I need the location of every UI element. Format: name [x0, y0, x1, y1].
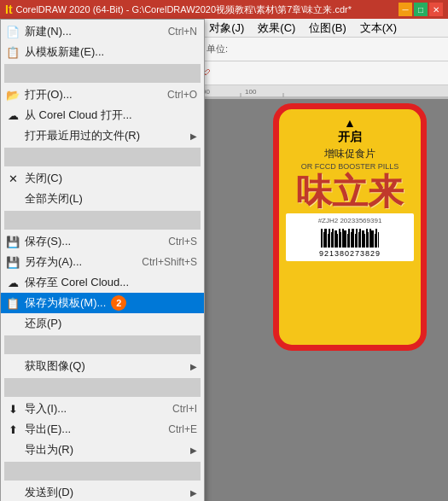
title-bar-left: It CorelDRAW 2020 (64-Bit) - G:\CorelDRA…: [5, 3, 352, 16]
menu-item-save-as[interactable]: 💾 另存为(A)... Ctrl+Shift+S: [1, 252, 204, 272]
save-as-shortcut: Ctrl+Shift+S: [142, 256, 197, 268]
subtitle-text: 增味促食片: [279, 147, 421, 161]
new-shortcut: Ctrl+N: [168, 26, 197, 38]
separator-3: [4, 211, 201, 230]
save-as-icon: 💾: [4, 253, 21, 271]
revert-icon: [4, 315, 21, 332]
acquire-label: 获取图像(Q): [25, 358, 85, 374]
revert-label: 还原(P): [25, 316, 61, 331]
menu-item-acquire[interactable]: 获取图像(Q) ▶: [1, 356, 204, 376]
svg-text:100: 100: [245, 88, 257, 96]
recent-arrow: ▶: [190, 131, 197, 141]
menu-item-new-template[interactable]: 📋 从模板新建(E)...: [1, 42, 204, 62]
send-to-arrow: ▶: [190, 488, 197, 498]
menu-item-new[interactable]: 📄 新建(N)... Ctrl+N: [1, 21, 204, 42]
barcode-number: 921380273829: [289, 249, 410, 258]
import-shortcut: Ctrl+I: [172, 403, 197, 415]
recent-label: 打开最近用过的文件(R): [25, 128, 140, 143]
minimize-button[interactable]: ─: [399, 3, 412, 16]
app-icon: It: [5, 3, 13, 16]
export-icon: ⬆: [4, 421, 21, 438]
menu-item-close[interactable]: ✕ 关闭(C): [1, 168, 204, 189]
design-canvas: ▲ 开启 增味促食片 OR FCCD BOOSTER PILLS 味立来 #ZJ…: [265, 103, 435, 411]
separator-6: [4, 462, 201, 481]
acquire-arrow: ▶: [190, 362, 197, 371]
export-shortcut: Ctrl+E: [168, 423, 197, 435]
menu-item-import[interactable]: ⬇ 导入(I)... Ctrl+I: [1, 399, 204, 419]
barcode-lines: [289, 226, 410, 248]
save-icon: 💾: [4, 233, 21, 250]
save-template-icon: 📋: [4, 294, 21, 312]
window-controls: ─ □ ✕: [399, 3, 443, 16]
menu-effects[interactable]: 效果(C): [251, 19, 302, 38]
menu-item-save-cloud[interactable]: ☁ 保存至 Corel Cloud...: [1, 272, 204, 293]
save-cloud-label: 保存至 Corel Cloud...: [25, 275, 129, 290]
cloud-open-icon: ☁: [4, 107, 21, 124]
barcode-section: #ZJH2 20233569391: [286, 213, 414, 261]
separator-1: [4, 64, 201, 83]
new-template-label: 从模板新建(E)...: [25, 44, 104, 60]
menu-item-revert[interactable]: 还原(P): [1, 313, 204, 334]
title-bar: It CorelDRAW 2020 (64-Bit) - G:\CorelDRA…: [0, 0, 448, 19]
open-shortcut: Ctrl+O: [167, 89, 197, 101]
open-icon: 📂: [4, 86, 21, 103]
import-label: 导入(I)...: [25, 401, 67, 417]
import-icon: ⬇: [4, 400, 21, 417]
recent-icon: [4, 127, 21, 144]
maximize-button[interactable]: □: [414, 3, 428, 16]
open-label: 打开(O)...: [25, 87, 73, 102]
kaiji-text: 开启: [279, 130, 421, 145]
save-label: 保存(S)...: [25, 234, 71, 249]
close-button[interactable]: ✕: [429, 3, 443, 16]
close-icon: ✕: [4, 170, 21, 187]
save-as-label: 另存为(A)...: [25, 254, 82, 270]
menu-bitmap[interactable]: 位图(B): [302, 19, 352, 38]
subtitle-en-text: OR FCCD BOOSTER PILLS: [279, 162, 421, 171]
export-as-label: 导出为(R): [25, 442, 73, 457]
save-shortcut: Ctrl+S: [168, 236, 197, 248]
menu-item-close-all[interactable]: 全部关闭(L): [1, 189, 204, 209]
new-template-icon: 📋: [4, 44, 21, 61]
menu-item-open[interactable]: 📂 打开(O)... Ctrl+O: [1, 84, 204, 105]
separator-2: [4, 148, 201, 166]
unit-label: 单位:: [205, 43, 230, 55]
send-to-icon: [4, 484, 21, 501]
export-as-arrow: ▶: [190, 446, 197, 455]
separator-5: [4, 378, 201, 397]
menu-item-export[interactable]: ⬆ 导出(E)... Ctrl+E: [1, 419, 204, 440]
triangle-indicator: ▲: [279, 109, 421, 130]
title-bar-text: CorelDRAW 2020 (64-Bit) - G:\CorelDRAW20…: [16, 3, 352, 16]
new-icon: 📄: [4, 23, 21, 40]
close-label: 关闭(C): [25, 171, 62, 186]
separator-4: [4, 335, 201, 354]
close-all-label: 全部关闭(L): [25, 191, 83, 207]
open-cloud-label: 从 Corel Cloud 打开...: [25, 108, 132, 123]
new-label: 新建(N)...: [25, 24, 72, 39]
main-label-text: 味立来: [279, 174, 421, 210]
menu-item-save[interactable]: 💾 保存(S)... Ctrl+S: [1, 231, 204, 252]
menu-object[interactable]: 对象(J): [202, 19, 251, 38]
send-to-label: 发送到(D): [25, 485, 73, 500]
menu-item-send-to[interactable]: 发送到(D) ▶: [1, 482, 204, 501]
menu-item-open-cloud[interactable]: ☁ 从 Corel Cloud 打开...: [1, 105, 204, 125]
file-menu-dropdown[interactable]: 📄 新建(N)... Ctrl+N 📋 从模板新建(E)... 📂 打开(O).…: [0, 19, 205, 501]
acquire-icon: [4, 358, 21, 375]
close-all-icon: [4, 190, 21, 207]
menu-item-export-as[interactable]: 导出为(R) ▶: [1, 440, 204, 460]
export-as-icon: [4, 441, 21, 458]
barcode-top-text: #ZJH2 20233569391: [289, 217, 410, 224]
menu-item-recent[interactable]: 打开最近用过的文件(R) ▶: [1, 125, 204, 146]
menu-item-save-template[interactable]: 📋 保存为模板(M)... 2: [1, 293, 204, 313]
save-cloud-icon: ☁: [4, 274, 21, 291]
save-template-label: 保存为模板(M)...: [25, 295, 106, 311]
export-label: 导出(E)...: [25, 422, 71, 437]
badge-indicator: 2: [111, 295, 126, 311]
menu-text[interactable]: 文本(X): [353, 19, 404, 38]
